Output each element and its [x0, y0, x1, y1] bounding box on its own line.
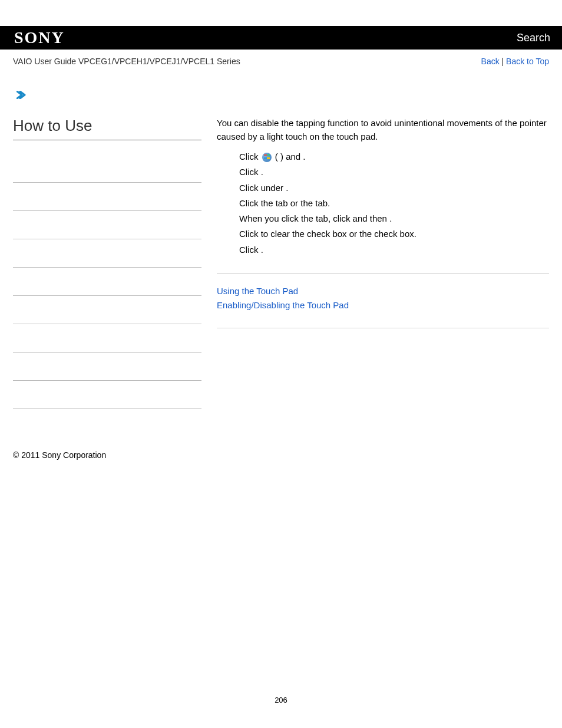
step-6: Click . — [239, 242, 549, 258]
sidebar-item[interactable] — [13, 353, 201, 381]
sidebar-menu — [13, 154, 201, 409]
step-1: Click ( ) and . — [239, 149, 549, 164]
sidebar-item[interactable] — [13, 239, 201, 268]
sidebar-heading: How to Use — [13, 117, 201, 140]
sub-header: VAIO User Guide VPCEG1/VPCEH1/VPCEJ1/VPC… — [0, 50, 562, 73]
sidebar-item[interactable] — [13, 324, 201, 353]
divider — [217, 273, 549, 274]
sidebar-item[interactable] — [13, 183, 201, 211]
sidebar-item[interactable] — [13, 154, 201, 183]
windows-start-icon — [262, 153, 272, 162]
chevron-icon — [16, 91, 562, 99]
nav-separator: | — [500, 57, 506, 66]
sidebar-item[interactable] — [13, 296, 201, 324]
step-1-text-b: ( ) and . — [273, 151, 306, 162]
related-links: Using the Touch Pad Enabling/Disabling t… — [217, 284, 549, 312]
sidebar-item[interactable] — [13, 268, 201, 296]
step-2: Click . — [239, 164, 549, 180]
back-to-top-link[interactable]: Back to Top — [506, 57, 549, 66]
intro-text: You can disable the tapping function to … — [217, 117, 549, 143]
step-3: Click under . — [239, 180, 549, 196]
steps-list: Click ( ) and . Click . Click under . — [239, 149, 549, 258]
step-5: Click to clear the check box or the chec… — [239, 226, 549, 242]
sidebar: How to Use — [13, 117, 201, 409]
header-bar: SONY Search — [0, 26, 562, 50]
page-number: 206 — [0, 696, 562, 716]
divider — [217, 328, 549, 328]
sony-logo: SONY — [14, 28, 65, 47]
search-link[interactable]: Search — [517, 32, 550, 44]
related-link-using-touchpad[interactable]: Using the Touch Pad — [217, 284, 549, 298]
related-link-enable-disable-touchpad[interactable]: Enabling/Disabling the Touch Pad — [217, 298, 549, 312]
nav-links: Back | Back to Top — [481, 57, 549, 66]
step-1-text-a: Click — [239, 151, 261, 162]
back-link[interactable]: Back — [481, 57, 500, 66]
sidebar-item[interactable] — [13, 381, 201, 409]
step-4b: When you click the tab, click and then . — [239, 211, 549, 226]
guide-title: VAIO User Guide VPCEG1/VPCEH1/VPCEJ1/VPC… — [13, 57, 240, 66]
main-content: How to Use You can disable the tapping f… — [0, 117, 562, 433]
sidebar-item[interactable] — [13, 211, 201, 239]
step-4a: Click the tab or the tab. — [239, 196, 549, 211]
article: You can disable the tapping function to … — [201, 117, 549, 339]
copyright-text: © 2011 Sony Corporation — [13, 450, 562, 460]
